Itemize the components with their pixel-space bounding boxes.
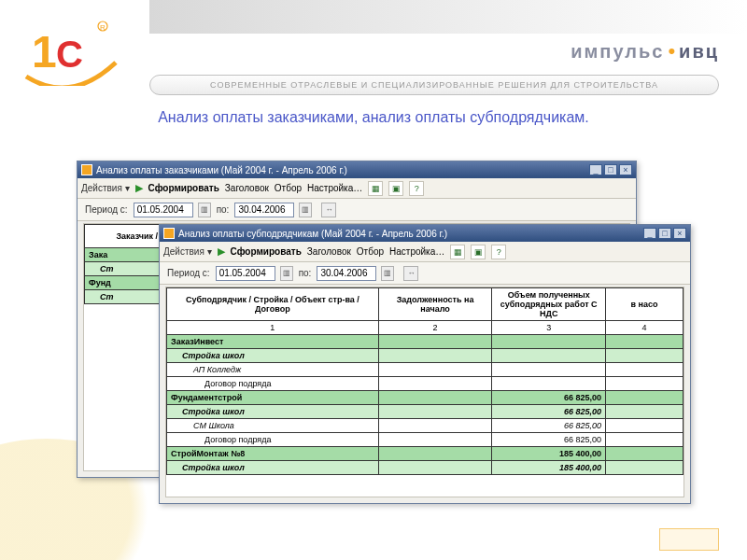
row-v2 xyxy=(378,433,492,447)
date-to[interactable]: 30.04.2006 xyxy=(234,203,294,217)
date-to[interactable]: 30.04.2006 xyxy=(317,266,376,281)
table-row[interactable]: АП Колледж xyxy=(167,363,684,377)
row-v3 xyxy=(492,363,606,377)
date-from-picker-icon[interactable]: ▥ xyxy=(198,203,211,217)
header-button[interactable]: Заголовок xyxy=(225,183,269,193)
period-bar: Период с: 01.05.2004 ▥ по: 30.04.2006 ▥ … xyxy=(78,199,636,221)
footer-box xyxy=(659,528,719,551)
setup-button[interactable]: Настройка… xyxy=(389,246,444,257)
svg-text:R: R xyxy=(100,23,106,32)
maximize-button[interactable]: □ xyxy=(658,228,671,239)
maximize-button[interactable]: □ xyxy=(604,164,617,175)
row-v2 xyxy=(378,461,492,475)
run-button[interactable]: Сформировать xyxy=(148,183,219,193)
window-subcontractors: Анализ оплаты субподрядчикам (Май 2004 г… xyxy=(159,224,691,504)
filter-button[interactable]: Отбор xyxy=(357,246,384,257)
subtitle-text: СОВРЕМЕННЫЕ ОТРАСЛЕВЫЕ И СПЕЦИАЛИЗИРОВАН… xyxy=(210,80,658,90)
row-v3: 185 400,00 xyxy=(492,447,606,461)
row-v2 xyxy=(378,349,492,363)
date-to-picker-icon[interactable]: ▥ xyxy=(381,266,394,281)
row-v3: 66 825,00 xyxy=(492,405,606,419)
period-label: Период с: xyxy=(167,268,210,278)
row-v2 xyxy=(378,405,492,419)
subcol-4: 4 xyxy=(606,321,684,335)
date-from[interactable]: 01.05.2004 xyxy=(216,266,275,281)
setup-button[interactable]: Настройка… xyxy=(307,183,362,193)
header-button[interactable]: Заголовок xyxy=(307,246,351,257)
brand-part1: импульс xyxy=(571,41,664,62)
table-row[interactable]: Стройка школ66 825,00 xyxy=(167,405,684,419)
brand-part2: ивц xyxy=(679,41,719,62)
table-row[interactable]: СМ Школа66 825,00 xyxy=(167,419,684,433)
row-v2 xyxy=(378,335,492,349)
run-icon: ▶ xyxy=(218,245,225,258)
table-row[interactable]: Стройка школ xyxy=(167,349,684,363)
actions-menu[interactable]: Действия ▾ xyxy=(163,246,212,257)
brand-dot-icon: • xyxy=(664,39,679,63)
report-table: Субподрядчик / Стройка / Объект стр-ва /… xyxy=(166,287,684,475)
actions-menu[interactable]: Действия ▾ xyxy=(81,183,130,193)
help-icon[interactable]: ? xyxy=(409,181,424,196)
tool-icon-1[interactable]: ▦ xyxy=(450,245,465,259)
row-v3 xyxy=(492,349,606,363)
window-title: Анализ оплаты заказчиками (Май 2004 г. -… xyxy=(96,165,347,175)
table-row[interactable]: Стройка школ185 400,00 xyxy=(167,461,684,475)
date-to-picker-icon[interactable]: ▥ xyxy=(299,203,312,217)
row-v3 xyxy=(492,377,606,391)
tool-icon-1[interactable]: ▦ xyxy=(368,181,383,196)
minimize-button[interactable]: _ xyxy=(589,164,602,175)
row-v4 xyxy=(606,349,684,363)
table-row[interactable]: Договор подряда66 825,00 xyxy=(167,433,684,447)
window-title: Анализ оплаты субподрядчикам (Май 2004 г… xyxy=(178,229,447,239)
row-v2 xyxy=(378,377,492,391)
header-strip xyxy=(149,0,747,34)
svg-text:С: С xyxy=(56,34,83,75)
range-button-icon[interactable]: ↔ xyxy=(403,266,418,281)
col-2: Задолженность на начало xyxy=(378,288,492,321)
run-button[interactable]: Сформировать xyxy=(231,246,302,257)
filter-button[interactable]: Отбор xyxy=(275,183,302,193)
row-v3: 66 825,00 xyxy=(492,433,606,447)
row-name: АП Колледж xyxy=(167,363,379,377)
subcol-3: 3 xyxy=(492,321,606,335)
tool-icon-2[interactable]: ▣ xyxy=(471,245,486,259)
brand-logo: импульс•ивц xyxy=(571,39,719,63)
table-row[interactable]: Фундаментстрой66 825,00 xyxy=(167,391,684,405)
period-label: Период с: xyxy=(85,204,128,215)
svg-text:1: 1 xyxy=(32,27,57,77)
row-v4 xyxy=(606,461,684,475)
titlebar[interactable]: Анализ оплаты заказчиками (Май 2004 г. -… xyxy=(78,161,636,178)
date-from[interactable]: 01.05.2004 xyxy=(134,203,193,217)
subcol-2: 2 xyxy=(378,321,492,335)
table-row[interactable]: СтройМонтаж №8185 400,00 xyxy=(167,447,684,461)
table-row[interactable]: Договор подряда xyxy=(167,377,684,391)
window-icon xyxy=(163,228,175,239)
minimize-button[interactable]: _ xyxy=(643,228,656,239)
close-button[interactable]: × xyxy=(673,228,686,239)
date-from-picker-icon[interactable]: ▥ xyxy=(280,266,293,281)
close-button[interactable]: × xyxy=(619,164,632,175)
table-row[interactable]: ЗаказИнвест xyxy=(167,335,684,349)
row-v4 xyxy=(606,335,684,349)
row-name: Договор подряда xyxy=(167,377,379,391)
row-name: СМ Школа xyxy=(167,419,379,433)
tool-icon-2[interactable]: ▣ xyxy=(388,181,403,196)
titlebar[interactable]: Анализ оплаты субподрядчикам (Май 2004 г… xyxy=(160,225,690,242)
help-icon[interactable]: ? xyxy=(491,245,506,259)
row-v3: 66 825,00 xyxy=(492,419,606,433)
report-area[interactable]: Субподрядчик / Стройка / Объект стр-ва /… xyxy=(165,287,684,497)
toolbar: Действия ▾ ▶ Сформировать Заголовок Отбо… xyxy=(160,242,690,262)
row-v3: 185 400,00 xyxy=(492,461,606,475)
row-v2 xyxy=(378,447,492,461)
period-to-label: по: xyxy=(299,268,312,278)
subtitle: СОВРЕМЕННЫЕ ОТРАСЛЕВЫЕ И СПЕЦИАЛИЗИРОВАН… xyxy=(149,75,719,95)
col-4: в насо xyxy=(606,288,684,321)
run-icon: ▶ xyxy=(135,182,143,194)
subcol-1: 1 xyxy=(167,321,379,335)
row-name: ЗаказИнвест xyxy=(167,335,379,349)
row-v4 xyxy=(606,447,684,461)
row-v2 xyxy=(378,419,492,433)
range-button-icon[interactable]: ↔ xyxy=(321,203,336,217)
row-v2 xyxy=(378,391,492,405)
period-to-label: по: xyxy=(217,204,230,215)
